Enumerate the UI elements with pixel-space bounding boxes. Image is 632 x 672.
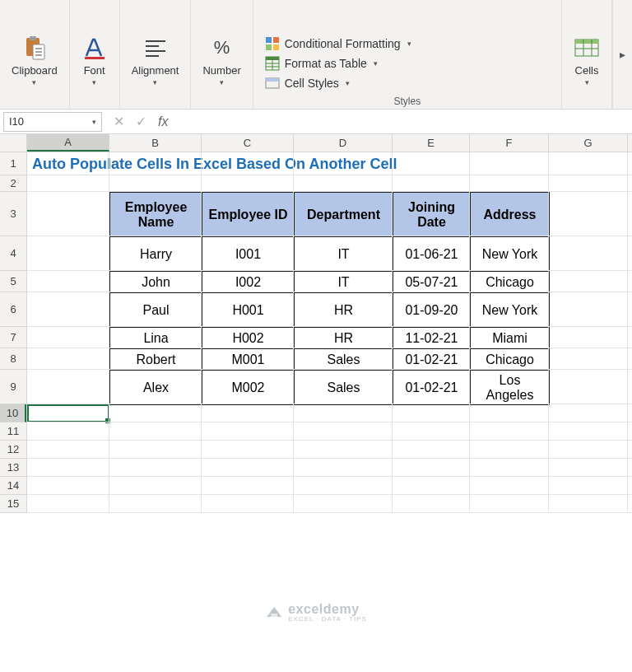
name-box-value: I10 — [9, 115, 24, 128]
table-cell[interactable]: New York — [471, 237, 550, 272]
table-cell[interactable]: IT — [295, 237, 393, 272]
table-cell[interactable]: M002 — [202, 371, 295, 405]
column-header-B[interactable]: B — [109, 134, 202, 152]
table-header-cell: Employee Name — [110, 193, 202, 237]
row-header-8[interactable]: 8 — [0, 348, 26, 370]
table-cell[interactable]: M001 — [202, 349, 295, 371]
chevron-down-icon: ▾ — [92, 118, 96, 126]
group-number: % Number ▾ — [191, 0, 253, 109]
row-header-5[interactable]: 5 — [0, 271, 26, 292]
table-row: RobertM001Sales01-02-21Chicago — [110, 349, 550, 371]
number-button[interactable]: % Number ▾ — [198, 31, 245, 107]
sheet-title: Auto Populate Cells In Excel Based On An… — [32, 156, 397, 173]
chevron-down-icon: ▾ — [407, 40, 411, 48]
column-header-E[interactable]: E — [393, 134, 470, 152]
table-cell[interactable]: 11-02-21 — [393, 328, 471, 349]
svg-rect-4 — [266, 37, 272, 43]
table-row: HarryI001IT01-06-21New York — [110, 237, 550, 272]
name-box[interactable]: I10 ▾ — [3, 112, 102, 132]
table-header-cell: Employee ID — [202, 193, 295, 237]
fx-icon[interactable]: fx — [158, 114, 168, 129]
paste-icon — [21, 35, 48, 61]
table-cell[interactable]: New York — [471, 293, 550, 328]
row-header-3[interactable]: 3 — [0, 192, 26, 236]
cancel-icon[interactable]: ✕ — [114, 114, 124, 129]
row-header-14[interactable]: 14 — [0, 477, 26, 495]
table-row: LinaH002HR11-02-21Miami — [110, 328, 550, 349]
table-cell[interactable]: IT — [295, 272, 393, 293]
column-header-D[interactable]: D — [294, 134, 393, 152]
watermark-brand: exceldemy — [288, 602, 359, 616]
table-cell[interactable]: Los Angeles — [471, 371, 550, 405]
active-cell-indicator — [27, 404, 109, 422]
table-cell[interactable]: Lina — [110, 328, 202, 349]
column-header-F[interactable]: F — [470, 134, 549, 152]
table-cell[interactable]: I002 — [202, 272, 295, 293]
clipboard-button[interactable]: Clipboard ▾ — [7, 31, 63, 107]
employee-table: Employee NameEmployee IDDepartmentJoinin… — [109, 192, 550, 405]
row-header-15[interactable]: 15 — [0, 495, 26, 513]
format-as-table-button[interactable]: Format as Table ▾ — [265, 56, 378, 71]
row-header-9[interactable]: 9 — [0, 370, 26, 404]
table-cell[interactable]: Alex — [110, 371, 202, 405]
table-cell[interactable]: 05-07-21 — [393, 272, 471, 293]
table-cell[interactable]: 01-06-21 — [393, 237, 471, 272]
group-clipboard: Clipboard ▾ — [0, 0, 70, 109]
table-cell[interactable]: Paul — [110, 293, 202, 328]
chevron-down-icon: ▾ — [32, 78, 36, 86]
group-styles: Conditional Formatting ▾ Format as Table… — [253, 0, 562, 109]
svg-rect-7 — [273, 44, 279, 50]
table-cell[interactable]: H002 — [202, 328, 295, 349]
cells-area[interactable]: Auto Populate Cells In Excel Based On An… — [27, 152, 632, 513]
cell-styles-button[interactable]: Cell Styles ▾ — [265, 76, 350, 91]
row-header-13[interactable]: 13 — [0, 459, 26, 477]
conditional-formatting-button[interactable]: Conditional Formatting ▾ — [265, 36, 411, 51]
table-cell[interactable]: 01-09-20 — [393, 293, 471, 328]
table-cell[interactable]: 01-02-21 — [393, 349, 471, 371]
row-header-4[interactable]: 4 — [0, 236, 26, 271]
font-button[interactable]: Font ▾ — [77, 31, 113, 107]
select-all-corner[interactable] — [0, 134, 27, 152]
svg-rect-14 — [271, 614, 277, 618]
column-header-C[interactable]: C — [202, 134, 294, 152]
row-header-12[interactable]: 12 — [0, 441, 26, 459]
row-header-6[interactable]: 6 — [0, 292, 26, 327]
table-cell[interactable]: I001 — [202, 237, 295, 272]
enter-icon[interactable]: ✓ — [136, 114, 146, 129]
table-row: AlexM002Sales01-02-21Los Angeles — [110, 371, 550, 405]
formula-input[interactable] — [176, 112, 632, 132]
watermark: exceldemy EXCEL · DATA · TIPS — [265, 602, 367, 623]
row-header-10[interactable]: 10 — [0, 404, 26, 422]
svg-rect-3 — [85, 57, 105, 59]
ribbon: Clipboard ▾ Font ▾ Alignment ▾ % Number … — [0, 0, 632, 110]
table-cell[interactable]: Chicago — [471, 272, 550, 293]
table-cell[interactable]: HR — [295, 328, 393, 349]
table-icon — [265, 56, 280, 71]
worksheet-grid: ABCDEFG 123456789101112131415 Auto Popul… — [0, 134, 632, 513]
percent-icon: % — [209, 35, 235, 61]
table-cell[interactable]: 01-02-21 — [393, 371, 471, 405]
chevron-down-icon: ▾ — [585, 78, 589, 86]
table-cell[interactable]: Robert — [110, 349, 202, 371]
column-header-G[interactable]: G — [549, 134, 628, 152]
chevron-down-icon: ▾ — [374, 59, 378, 68]
table-cell[interactable]: HR — [295, 293, 393, 328]
column-header-A[interactable]: A — [27, 134, 109, 152]
table-cell[interactable]: Harry — [110, 237, 202, 272]
table-cell[interactable]: H001 — [202, 293, 295, 328]
table-cell[interactable]: Chicago — [471, 349, 550, 371]
watermark-tagline: EXCEL · DATA · TIPS — [288, 615, 367, 623]
row-header-2[interactable]: 2 — [0, 175, 26, 192]
table-cell[interactable]: John — [110, 272, 202, 293]
chevron-down-icon: ▾ — [92, 78, 96, 86]
table-cell[interactable]: Sales — [295, 349, 393, 371]
row-header-1[interactable]: 1 — [0, 152, 26, 175]
cells-button[interactable]: Cells ▾ — [569, 31, 605, 107]
alignment-button[interactable]: Alignment ▾ — [127, 31, 184, 107]
row-header-7[interactable]: 7 — [0, 327, 26, 348]
row-header-11[interactable]: 11 — [0, 422, 26, 441]
table-cell[interactable]: Sales — [295, 371, 393, 405]
ribbon-overflow-button[interactable]: ▸ — [612, 0, 632, 109]
cells-icon — [574, 35, 600, 61]
table-cell[interactable]: Miami — [471, 328, 550, 349]
